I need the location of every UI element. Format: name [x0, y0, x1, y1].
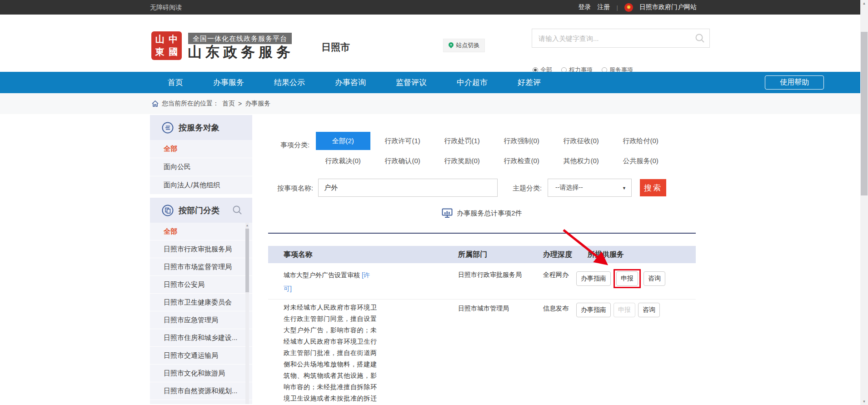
seal-char: 中 — [167, 33, 180, 46]
category-label: 事项分类: — [280, 141, 309, 171]
results-table: 事项名称 所属部门 办理深度 所提供服务 城市大型户外广告设置审核 [许可] 日… — [268, 246, 696, 405]
home-icon — [152, 100, 159, 107]
category-tab[interactable]: 行政奖励(0) — [432, 151, 492, 171]
item-name-text[interactable]: 对未经城市人民政府市容环境卫生行政主管部门同意，擅自设置大型户外广告，影响市容的… — [284, 302, 377, 405]
apply-button[interactable]: 申报 — [616, 271, 638, 286]
scrollbar-thumb[interactable] — [245, 229, 249, 292]
guide-button[interactable]: 办事指南 — [576, 271, 611, 286]
dept-item[interactable]: 日照市应急管理局 — [150, 311, 252, 329]
search-button[interactable]: 搜索 — [640, 179, 666, 196]
breadcrumb-prefix: 您当前所在的位置： — [162, 100, 219, 108]
dept-item-all[interactable]: 全部 — [150, 223, 252, 240]
summary-text: 办事服务总计事项2件 — [457, 209, 522, 218]
col-header-item-name: 事项名称 — [268, 250, 452, 260]
seal-char: 國 — [167, 46, 180, 59]
sidebar-header-department: 按部门分类 — [150, 198, 252, 223]
accessibility-link[interactable]: 无障碍阅读 — [150, 4, 182, 12]
annotation-highlight-box: 申报 — [614, 269, 641, 288]
sidebar-title: 按服务对象 — [179, 122, 219, 133]
consult-button[interactable]: 咨询 — [638, 303, 660, 317]
sidebar-item-all[interactable]: 全部 — [150, 140, 252, 158]
category-tab[interactable]: 其他权力(0) — [551, 151, 611, 171]
breadcrumb: 您当前所在的位置： 首页 > 办事服务 — [152, 100, 270, 108]
search-icon[interactable] — [695, 33, 705, 43]
dept-item[interactable]: 日照市市场监督管理局 — [150, 258, 252, 276]
item-name-input[interactable] — [318, 179, 498, 197]
category-tab[interactable]: 行政强制(0) — [492, 131, 551, 151]
top-utility-bar: 无障碍阅读 登录 注册 | ★ 日照市政府门户网站 — [0, 0, 860, 15]
dept-item[interactable]: 日照市卫生健康委员会 — [150, 294, 252, 311]
category-tab[interactable]: 行政裁决(0) — [313, 151, 373, 171]
table-row: 对未经城市人民政府市容环境卫生行政主管部门同意，擅自设置大型户外广告，影响市容的… — [268, 300, 696, 405]
category-tab[interactable]: 行政检查(0) — [492, 151, 551, 171]
category-tab-all[interactable]: 全部(2) — [313, 131, 373, 151]
sidebar-item-legal-person[interactable]: 面向法人/其他组织 — [150, 176, 252, 195]
site-switch-button[interactable]: 站点切换 — [443, 39, 485, 52]
nav-home[interactable]: 首页 — [168, 77, 183, 88]
item-search-row: 按事项名称: 主题分类: --请选择-- ▼ 搜索 — [268, 179, 696, 198]
col-header-depth: 办理深度 — [543, 250, 576, 260]
login-link[interactable]: 登录 — [579, 3, 591, 11]
category-tab[interactable]: 公共服务(0) — [611, 151, 670, 171]
breadcrumb-current[interactable]: 办事服务 — [245, 100, 270, 108]
dept-item[interactable]: 日照市文化和旅游局 — [150, 365, 252, 382]
category-tab[interactable]: 行政征收(0) — [551, 131, 611, 151]
topic-select[interactable]: --请选择-- ▼ — [548, 179, 632, 197]
help-button[interactable]: 使用帮助 — [765, 75, 824, 90]
portal-link[interactable]: 日照市政府门户网站 — [639, 3, 697, 11]
register-link[interactable]: 注册 — [598, 3, 610, 11]
dept-item[interactable]: 日照市交通运输局 — [150, 347, 252, 365]
breadcrumb-sep: > — [238, 100, 242, 107]
category-tab[interactable]: 行政许可(1) — [373, 131, 432, 151]
location-pin-icon — [449, 42, 454, 49]
service-target-list: 全部 面向公民 面向法人/其他组织 — [150, 140, 252, 195]
category-tab[interactable]: 行政处罚(1) — [432, 131, 492, 151]
nav-rating[interactable]: 好差评 — [518, 77, 541, 88]
circled-list-icon — [162, 122, 174, 134]
scroll-up-icon[interactable]: ▲ — [245, 224, 249, 227]
nav-results[interactable]: 结果公示 — [274, 77, 305, 88]
dept-item[interactable]: 日照市行政审批服务局 — [150, 240, 252, 258]
department-search-icon[interactable] — [232, 205, 242, 215]
stats-monitor-icon — [442, 208, 453, 218]
topic-selected-value: --请选择-- — [555, 184, 583, 192]
dept-item[interactable]: 日照市自然资源和规划... — [150, 382, 252, 400]
sidebar-header-service-target: 按服务对象 — [150, 115, 252, 140]
sidebar: 按服务对象 全部 面向公民 面向法人/其他组织 按部门分类 全部 日照市行政审批… — [150, 115, 252, 404]
keyword-search-input[interactable] — [532, 29, 709, 47]
scroll-down-icon[interactable]: ▼ — [860, 400, 868, 404]
item-department: 日照市行政审批服务局 — [452, 268, 543, 279]
scrollbar-thumb[interactable] — [861, 32, 868, 195]
keyword-search-box — [532, 29, 710, 48]
site-header: 山 中 東 國 全国一体化在线政务服务平台 山东政务服务 日照市 站点切换 全部… — [0, 15, 860, 72]
circled-pages-icon — [162, 205, 174, 216]
scroll-up-icon[interactable]: ▲ — [860, 1, 868, 5]
nav-services[interactable]: 办事服务 — [213, 77, 244, 88]
page-scrollbar[interactable]: ▲ ▼ — [860, 0, 868, 405]
item-name-link[interactable]: 城市大型户外广告设置审核 — [284, 271, 360, 279]
content-area: 按服务对象 全部 面向公民 面向法人/其他组织 按部门分类 全部 日照市行政审批… — [150, 114, 709, 405]
seal-char: 東 — [153, 46, 167, 59]
main-nav: 首页 办事服务 结果公示 办事咨询 监督评议 中介超市 好差评 使用帮助 — [0, 72, 860, 93]
nav-agency-market[interactable]: 中介超市 — [457, 77, 488, 88]
breadcrumb-home[interactable]: 首页 — [222, 100, 235, 108]
nav-consult[interactable]: 办事咨询 — [335, 77, 366, 88]
topic-label: 主题分类: — [513, 184, 542, 193]
col-header-services: 所提供服务 — [576, 250, 696, 260]
consult-button[interactable]: 咨询 — [644, 271, 665, 286]
seal-char: 山 — [153, 33, 167, 46]
page: 无障碍阅读 登录 注册 | ★ 日照市政府门户网站 山 中 東 國 全国一体化在… — [0, 0, 868, 405]
category-tab[interactable]: 行政给付(0) — [611, 131, 670, 151]
department-list-scrollbar[interactable]: ▲ — [245, 223, 249, 404]
site-title: 山东政务服务 — [188, 43, 294, 62]
guide-button[interactable]: 办事指南 — [576, 303, 611, 317]
item-depth: 全程网办 — [543, 268, 576, 279]
category-tab[interactable]: 行政确认(0) — [373, 151, 432, 171]
sidebar-item-citizen[interactable]: 面向公民 — [150, 158, 252, 176]
dept-item[interactable]: 日照市住房和城乡建设... — [150, 329, 252, 347]
dept-item[interactable]: 日照市公安局 — [150, 276, 252, 294]
city-name: 日照市 — [321, 41, 350, 54]
table-header-row: 事项名称 所属部门 办理深度 所提供服务 — [268, 246, 696, 263]
nav-supervision[interactable]: 监督评议 — [396, 77, 427, 88]
shandong-china-seal-logo: 山 中 東 國 — [151, 31, 182, 60]
